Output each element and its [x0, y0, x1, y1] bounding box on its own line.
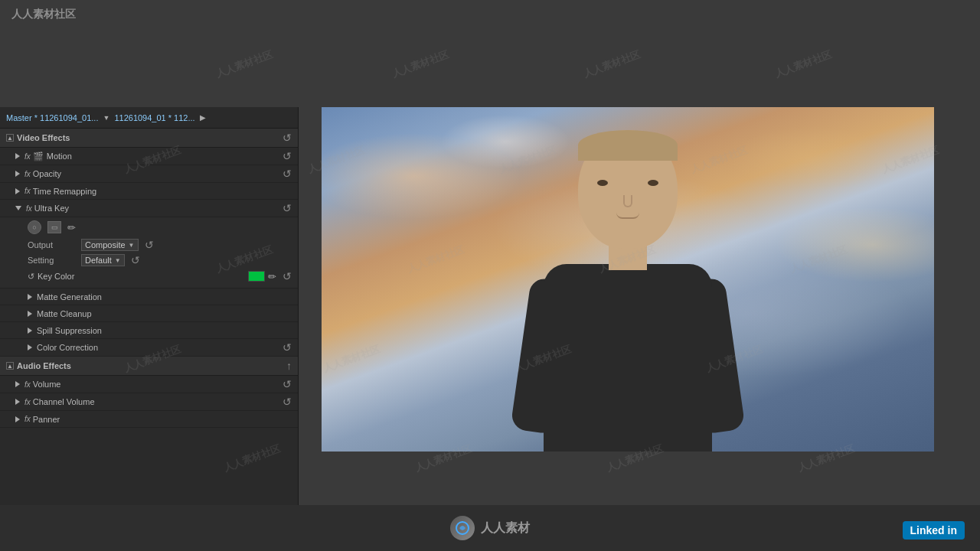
- volume-label: Volume: [33, 380, 279, 389]
- logo-icon: [450, 516, 475, 540]
- spill-suppress-expand-icon: [28, 328, 32, 334]
- video-effects-collapse[interactable]: ▲: [6, 134, 14, 142]
- effects-scroll-container[interactable]: ▲ Video Effects ↺ fx 🎬 Motion ↺ fx Opaci…: [0, 129, 298, 549]
- top-logo: 人人素材社区: [11, 8, 76, 21]
- dropdown-arrow[interactable]: ▼: [103, 114, 109, 122]
- bottom-logo: 人人素材: [450, 516, 530, 540]
- video-preview-inner: [322, 107, 934, 452]
- volume-reset[interactable]: ↺: [283, 378, 292, 390]
- mouth: [616, 213, 639, 219]
- spill-suppress-label: Spill Suppression: [37, 326, 292, 335]
- effects-panel: Master * 11261094_01... ▼ 11261094_01 * …: [0, 107, 299, 551]
- motion-reset[interactable]: ↺: [283, 150, 292, 162]
- opacity-reset[interactable]: ↺: [283, 168, 292, 180]
- right-eye: [648, 180, 658, 186]
- panner-fx-badge: fx: [24, 415, 31, 423]
- audio-effects-label: Audio Effects: [17, 361, 71, 370]
- ultra-key-controls: ○ ▭ ✏ Output Composite ▼ ↺ Setting Defau…: [0, 217, 298, 289]
- effect-row-ultra-key[interactable]: fx Ultra Key ↺: [0, 200, 298, 217]
- effect-row-time-remapping[interactable]: fx Time Remapping: [0, 183, 298, 200]
- audio-effects-section-header[interactable]: ▲ Audio Effects ↑: [0, 357, 298, 376]
- color-correction-reset[interactable]: ↺: [283, 341, 292, 354]
- setting-dropdown-arrow: ▼: [115, 257, 121, 264]
- clip-dropdown[interactable]: 11261094_01 * 112...: [114, 113, 194, 122]
- motion-fx-badge: fx: [24, 152, 31, 161]
- opacity-expand-icon: [15, 171, 20, 177]
- setting-label: Setting: [28, 256, 81, 265]
- effect-row-volume[interactable]: fx Volume ↺: [0, 376, 298, 393]
- volume-expand-icon: [15, 381, 20, 387]
- output-reset[interactable]: ↺: [145, 239, 154, 251]
- nose: [623, 195, 632, 207]
- ultra-key-icon-row: ○ ▭ ✏: [28, 220, 292, 234]
- effect-row-color-correction[interactable]: Color Correction ↺: [0, 339, 298, 357]
- ultra-key-circle-icon[interactable]: ○: [28, 220, 41, 234]
- color-correction-label: Color Correction: [37, 343, 279, 352]
- matte-gen-label: Matte Generation: [37, 292, 292, 302]
- ultra-key-expand-icon: [15, 206, 21, 210]
- panner-expand-icon: [15, 416, 20, 422]
- key-color-picker-icon[interactable]: ✏: [268, 271, 276, 282]
- output-dropdown[interactable]: Composite ▼: [81, 239, 139, 251]
- effect-row-spill-suppression[interactable]: Spill Suppression: [0, 322, 298, 339]
- video-effects-reset[interactable]: ↺: [283, 132, 292, 144]
- effect-row-matte-generation[interactable]: Matte Generation: [0, 289, 298, 305]
- audio-effects-scroll-up[interactable]: ↑: [286, 360, 292, 372]
- key-color-swatch[interactable]: [248, 271, 265, 282]
- video-effects-label: Video Effects: [17, 133, 70, 142]
- panner-label: Panner: [33, 415, 292, 424]
- channel-volume-label: Channel Volume: [33, 397, 279, 406]
- audio-effects-left: ▲ Audio Effects: [6, 361, 71, 370]
- eyes: [597, 180, 658, 186]
- channel-volume-expand-icon: [15, 399, 20, 405]
- setting-value: Default: [85, 256, 112, 265]
- video-effects-section-header[interactable]: ▲ Video Effects ↺: [0, 129, 298, 148]
- key-color-refresh-icon[interactable]: ↺: [28, 272, 34, 282]
- ultra-key-label: Ultra Key: [34, 204, 279, 213]
- color-correction-expand-icon: [28, 344, 32, 350]
- opacity-fx-badge: fx: [24, 170, 31, 178]
- effect-row-panner[interactable]: fx Panner: [0, 411, 298, 428]
- effect-row-channel-volume[interactable]: fx Channel Volume ↺: [0, 393, 298, 411]
- time-remapping-fx-badge: fx: [24, 187, 31, 195]
- ultra-key-fx-badge: fx: [26, 204, 32, 213]
- output-value: Composite: [85, 240, 126, 249]
- ultra-key-pen-icon[interactable]: ✏: [67, 222, 76, 233]
- setting-reset[interactable]: ↺: [131, 254, 140, 266]
- head: [578, 130, 678, 249]
- panel-header: Master * 11261094_01... ▼ 11261094_01 * …: [0, 107, 298, 129]
- motion-label: Motion: [47, 152, 279, 161]
- motion-expand-icon: [15, 153, 20, 159]
- effect-row-opacity[interactable]: fx Opacity ↺: [0, 165, 298, 183]
- output-label: Output: [28, 240, 81, 249]
- person-body: [521, 130, 735, 452]
- linkedin-badge: Linked in: [903, 521, 965, 540]
- effect-row-matte-cleanup[interactable]: Matte Cleanup: [0, 305, 298, 322]
- output-dropdown-arrow: ▼: [129, 242, 135, 249]
- video-effects-left: ▲ Video Effects: [6, 133, 70, 142]
- video-preview: [322, 107, 934, 452]
- torso: [544, 264, 712, 452]
- forward-arrow: ▶: [200, 113, 206, 122]
- master-dropdown[interactable]: Master * 11261094_01...: [6, 113, 98, 122]
- ultra-key-rect-icon[interactable]: ▭: [47, 221, 61, 233]
- ultra-key-reset[interactable]: ↺: [283, 202, 292, 214]
- matte-cleanup-label: Matte Cleanup: [37, 309, 292, 318]
- setting-dropdown[interactable]: Default ▼: [81, 254, 125, 266]
- motion-film-icon: 🎬: [33, 152, 44, 161]
- matte-cleanup-expand-icon: [28, 311, 32, 317]
- channel-volume-reset[interactable]: ↺: [283, 396, 292, 408]
- time-remapping-expand-icon: [15, 188, 20, 194]
- key-color-row: ↺ Key Color ✏ ↺: [28, 268, 292, 285]
- key-color-label: Key Color: [38, 272, 245, 281]
- matte-gen-expand-icon: [28, 294, 32, 300]
- opacity-label: Opacity: [33, 169, 279, 178]
- head-top: [578, 130, 678, 161]
- setting-row: Setting Default ▼ ↺: [28, 253, 292, 268]
- time-remapping-label: Time Remapping: [33, 187, 292, 196]
- effect-row-motion[interactable]: fx 🎬 Motion ↺: [0, 148, 298, 165]
- left-eye: [597, 180, 608, 186]
- key-color-reset[interactable]: ↺: [283, 270, 292, 282]
- bottom-logo-text: 人人素材: [481, 520, 530, 536]
- audio-effects-collapse[interactable]: ▲: [6, 362, 14, 370]
